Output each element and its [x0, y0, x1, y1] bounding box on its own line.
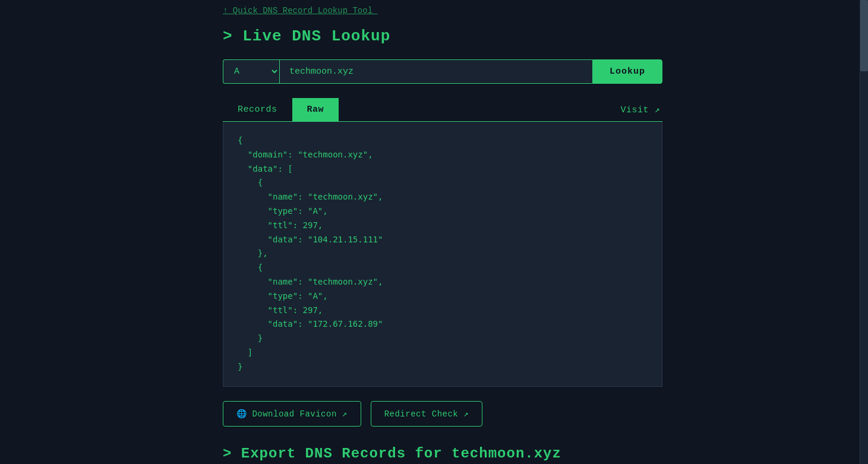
- lookup-button[interactable]: Lookup: [592, 59, 662, 84]
- tabs-container: Records Raw Visit ↗: [223, 98, 662, 122]
- tabs-left: Records Raw: [223, 98, 339, 121]
- prev-section-link[interactable]: ↑ Quick DNS Record Lookup Tool_: [223, 6, 642, 15]
- action-buttons: 🌐 Download Favicon ↗ Redirect Check ↗: [223, 401, 642, 427]
- export-section-title: > Export DNS Records for techmoon.xyz: [223, 446, 642, 462]
- tab-raw[interactable]: Raw: [292, 98, 339, 121]
- scrollbar-thumb: [860, 0, 868, 71]
- dns-type-select[interactable]: A AAAA MX CNAME TXT NS SOA: [223, 59, 279, 84]
- lookup-row: A AAAA MX CNAME TXT NS SOA Lookup: [223, 59, 662, 84]
- raw-json-output: { "domain": "techmoon.xyz", "data": [ { …: [238, 134, 648, 374]
- raw-content-panel: { "domain": "techmoon.xyz", "data": [ { …: [223, 122, 662, 387]
- visit-link[interactable]: Visit ↗: [618, 98, 662, 121]
- scrollbar[interactable]: [860, 0, 868, 464]
- domain-input[interactable]: [279, 59, 592, 84]
- download-favicon-button[interactable]: 🌐 Download Favicon ↗: [223, 401, 361, 427]
- tab-records[interactable]: Records: [223, 98, 292, 121]
- live-dns-title: > Live DNS Lookup: [223, 27, 642, 45]
- redirect-check-button[interactable]: Redirect Check ↗: [371, 401, 482, 427]
